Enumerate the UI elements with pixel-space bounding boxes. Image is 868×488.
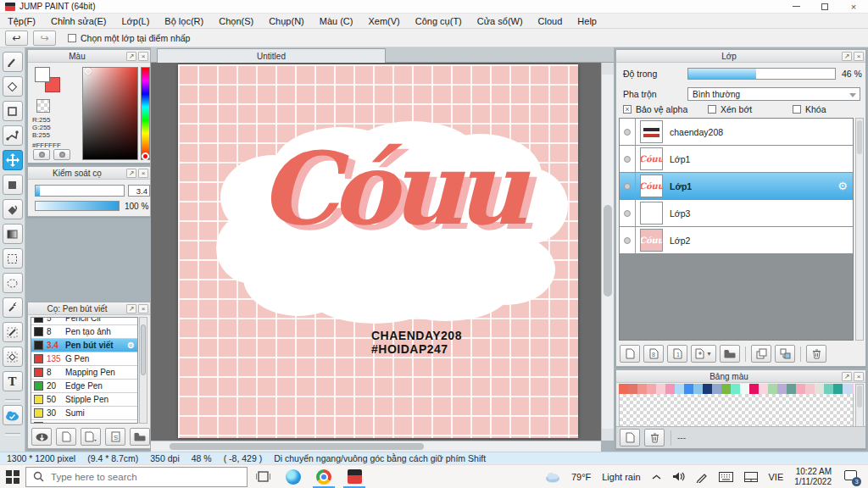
palette-swatch[interactable] [749,384,759,394]
gradient-tool[interactable] [3,224,23,244]
clock[interactable]: 10:22 AM 1/11/2022 [794,467,832,487]
save-brush-button[interactable] [81,428,101,446]
add-8bit-layer-button[interactable]: 8 [643,345,664,363]
brush-row[interactable]: 50Stipple Pen [31,393,137,407]
close-button[interactable]: × [839,0,868,14]
palette-swatch[interactable] [759,384,768,394]
palette-swatch[interactable] [777,384,787,394]
palette-swatch[interactable] [637,384,647,394]
touchpad-icon[interactable] [744,472,758,482]
cloud-sync-button[interactable] [3,405,23,425]
palette-swatch[interactable] [731,384,740,394]
magic-wand-tool[interactable] [3,297,23,318]
popout-icon[interactable]: ↗ [842,372,852,381]
menu-layer[interactable]: Lớp(L) [114,14,157,28]
palette-swatch[interactable] [740,384,749,394]
chrome-app-icon[interactable] [309,465,339,488]
task-view-button[interactable] [248,465,278,488]
layer-visibility-toggle[interactable] [620,119,636,145]
brush-list-scrollbar[interactable] [139,317,147,424]
layer-visibility-toggle[interactable] [620,173,636,199]
palette-swatch[interactable] [693,384,703,394]
canvas[interactable]: Cóuu CHAENDAY208 #HOIDAP247 [178,64,578,438]
brush-row[interactable]: 8Mapping Pen [31,366,137,380]
palette-swatch[interactable] [833,384,843,394]
layer-visibility-toggle[interactable] [620,200,636,226]
lasso-select-tool[interactable] [3,273,23,293]
palette-swatch[interactable] [703,384,712,394]
blend-mode-select[interactable]: Bình thường [687,87,860,101]
menu-select[interactable]: Chọn(S) [211,14,261,28]
redo-button[interactable]: ↪ [33,30,56,46]
curve-tool[interactable] [3,125,23,146]
brush-row[interactable]: 8Pen tạo ảnh [31,325,137,339]
menu-view[interactable]: Xem(V) [360,14,407,28]
brush-row[interactable]: 50Watercolor [31,420,137,424]
palette-swatch[interactable] [815,384,824,394]
brush-size-slider[interactable] [35,185,125,197]
menu-cloud[interactable]: Cloud [531,14,570,28]
clipping-checkbox[interactable]: Xén bớt [708,104,793,114]
layer-row[interactable]: Cóuu Lớp1 [620,146,853,173]
palette-swatch[interactable] [619,384,628,394]
language-indicator[interactable]: VIE [769,472,784,482]
close-icon[interactable]: × [854,372,864,381]
palette-swatch[interactable] [787,384,796,394]
menu-filter[interactable]: Bộ lọc(R) [157,14,211,28]
palette-swatch[interactable] [843,384,852,394]
duplicate-layer-button[interactable] [751,345,771,363]
layer-opacity-slider[interactable] [687,68,836,80]
brush-row[interactable]: 20Edge Pen [31,380,137,393]
popout-icon[interactable]: ↗ [126,52,136,61]
select-eraser-tool[interactable] [3,347,23,367]
palette-swatch[interactable] [805,384,815,394]
palette-swatch[interactable] [675,384,684,394]
marquee-select-tool[interactable] [3,248,23,269]
menu-snap[interactable]: Chụp(N) [261,14,312,28]
menu-help[interactable]: Help [570,14,604,28]
show-hidden-icons-chevron[interactable] [652,472,661,481]
layer-row[interactable]: chaenday208 [620,119,853,146]
layer-folder-button[interactable] [720,345,740,363]
menu-edit[interactable]: Chỉnh sửa(E) [43,14,114,28]
menu-file[interactable]: Tệp(F) [0,14,43,28]
brush-opacity-slider[interactable] [35,201,120,211]
palette-swatch[interactable] [628,384,637,394]
brush-settings-gear-icon[interactable]: ⚙ [127,341,135,350]
palette-swatch[interactable] [647,384,656,394]
jump-paint-app-icon[interactable] [339,465,370,488]
eraser-tool[interactable] [3,76,23,97]
palette-swatch[interactable] [768,384,777,394]
layer-visibility-toggle[interactable] [620,227,636,253]
add-palette-color-button[interactable] [620,429,640,446]
brush-size-value[interactable]: 3.4 [128,185,150,197]
search-input[interactable] [51,472,220,482]
palette-swatch[interactable] [656,384,665,394]
popout-icon[interactable]: ↗ [842,52,852,61]
canvas-vertical-scrollbar[interactable] [601,63,614,441]
close-icon[interactable]: × [854,52,864,61]
close-icon[interactable]: × [138,169,148,178]
weather-condition[interactable]: Light rain [602,472,640,482]
layer-settings-gear-icon[interactable]: ⚙ [837,180,848,192]
windows-ink-pen-icon[interactable] [696,471,708,483]
popout-icon[interactable]: ↗ [126,169,136,178]
protect-alpha-checkbox[interactable]: ×Bảo vệ alpha [623,104,708,114]
rectangle-tool[interactable] [3,101,23,121]
canvas-horizontal-scrollbar[interactable] [151,441,601,452]
palette-swatch[interactable] [824,384,833,394]
temperature[interactable]: 79°F [571,472,591,482]
canvas-viewport[interactable]: Cóuu CHAENDAY208 #HOIDAP247 [151,63,601,441]
brush-folder-button[interactable] [130,428,150,446]
layer-row[interactable]: Lớp3 [620,200,853,227]
add-layer-button[interactable] [620,345,640,363]
layer-row[interactable]: Cóuu Lớp2 [620,227,853,254]
document-tab[interactable]: Untitled [157,48,386,63]
brush-row[interactable]: 135G Pen [31,352,137,366]
add-1bit-layer-button[interactable]: 1 [667,345,687,363]
palette-swatch[interactable] [721,384,731,394]
color-picker-button[interactable] [53,149,70,160]
layer-row-selected[interactable]: Cóuu Lớp1 ⚙ [620,173,853,200]
touch-keyboard-icon[interactable] [719,472,733,482]
volume-icon[interactable] [672,471,685,482]
